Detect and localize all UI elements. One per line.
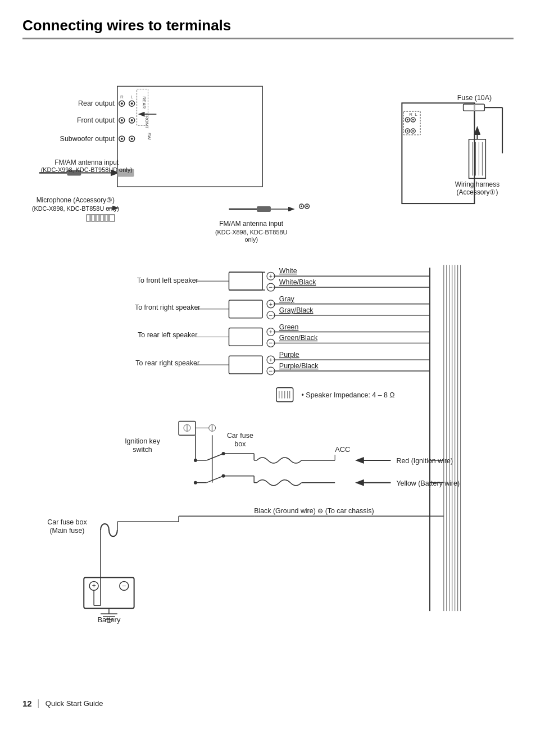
svg-text:−: − [269, 339, 272, 347]
svg-text:Rear output: Rear output [78, 99, 115, 107]
svg-rect-107 [229, 272, 262, 290]
svg-text:Ignition key: Ignition key [125, 437, 161, 445]
svg-text:Wiring harness: Wiring harness [455, 180, 499, 188]
svg-text:(KDC-X898, KDC-BT858U only): (KDC-X898, KDC-BT858U only) [32, 205, 119, 212]
svg-text:only): only) [244, 236, 258, 243]
svg-text:Purple: Purple [279, 351, 299, 359]
svg-line-154 [207, 476, 224, 483]
svg-text:Green/Black: Green/Black [279, 334, 318, 342]
footer: 12 │ Quick Start Guide [22, 699, 103, 708]
svg-text:(KDC-X998, KDC-BT958HD only): (KDC-X998, KDC-BT958HD only) [41, 166, 133, 173]
svg-point-68 [301, 206, 302, 207]
svg-text:+: + [269, 356, 272, 363]
svg-text:Gray/Black: Gray/Black [279, 306, 314, 314]
svg-point-12 [131, 119, 133, 121]
svg-rect-35 [98, 215, 101, 221]
svg-rect-34 [94, 215, 97, 221]
wiring-diagram: Rear output REAR Front output FRONT Subw… [22, 51, 514, 697]
svg-point-70 [306, 206, 308, 207]
svg-text:Green: Green [279, 323, 299, 331]
svg-text:−: − [269, 283, 272, 291]
footer-divider: │ [37, 699, 41, 708]
svg-text:Car fuse box: Car fuse box [47, 518, 87, 526]
svg-point-16 [121, 138, 123, 140]
svg-text:Black (Ground wire) ⊖ (To car : Black (Ground wire) ⊖ (To car chassis) [254, 507, 374, 515]
svg-text:Front output: Front output [77, 116, 115, 124]
svg-rect-0 [117, 87, 262, 187]
svg-text:SW: SW [147, 133, 152, 140]
svg-text:Subwoofer output: Subwoofer output [60, 135, 115, 143]
svg-text:L: L [130, 94, 133, 99]
svg-text:FM/AM antenna input: FM/AM antenna input [54, 159, 119, 166]
svg-rect-112 [229, 356, 262, 374]
svg-text:Purple/Black: Purple/Black [279, 362, 319, 370]
svg-text:Fuse (10A): Fuse (10A) [457, 94, 492, 102]
svg-text:−: − [269, 367, 272, 375]
svg-line-148 [207, 454, 224, 460]
svg-rect-111 [229, 328, 262, 346]
svg-rect-65 [257, 206, 271, 212]
svg-text:REAR: REAR [142, 96, 147, 108]
svg-text:FM/AM antenna input: FM/AM antenna input [219, 220, 284, 228]
svg-text:R: R [409, 112, 412, 117]
svg-text:ACC: ACC [335, 445, 350, 454]
svg-point-46 [407, 130, 408, 132]
page: Connecting wires to terminals Rear outpu… [0, 0, 536, 714]
footer-page-number: 12 [22, 699, 32, 708]
diagram-area: Rear output REAR Front output FRONT Subw… [22, 51, 514, 697]
svg-rect-110 [229, 300, 262, 318]
svg-text:+: + [269, 301, 272, 307]
svg-text:(Accessory①): (Accessory①) [457, 188, 498, 196]
svg-text:White: White [279, 267, 297, 275]
svg-point-3 [121, 102, 123, 105]
svg-rect-56 [469, 139, 486, 179]
svg-point-42 [412, 119, 414, 121]
svg-text:+: + [92, 582, 96, 590]
svg-text:L: L [415, 112, 417, 117]
svg-point-5 [131, 102, 133, 105]
footer-guide-text: Quick Start Guide [46, 699, 103, 708]
svg-text:box: box [234, 440, 246, 448]
svg-text:Red (Ignition wire): Red (Ignition wire) [396, 457, 453, 465]
svg-rect-33 [89, 215, 92, 221]
svg-point-40 [407, 119, 408, 121]
svg-text:Microphone (Accessory③): Microphone (Accessory③) [37, 196, 115, 204]
svg-text:• Speaker Impedance: 4 – 8 Ω: • Speaker Impedance: 4 – 8 Ω [302, 391, 395, 399]
svg-text:To rear right speaker: To rear right speaker [135, 359, 199, 367]
svg-text:(KDC-X898, KDC-BT858U: (KDC-X898, KDC-BT858U [215, 229, 288, 236]
svg-text:To rear left speaker: To rear left speaker [138, 331, 197, 339]
svg-point-18 [131, 138, 133, 140]
svg-point-48 [412, 130, 414, 132]
svg-point-153 [194, 481, 197, 485]
svg-text:To front left speaker: To front left speaker [137, 277, 198, 284]
svg-text:White/Black: White/Black [279, 278, 316, 286]
svg-text:R: R [120, 94, 124, 99]
svg-text:To front right speaker: To front right speaker [135, 304, 201, 311]
svg-text:Gray: Gray [279, 295, 295, 303]
svg-rect-37 [107, 215, 110, 221]
page-title: Connecting wires to terminals [22, 17, 514, 39]
svg-point-10 [121, 119, 123, 121]
svg-text:switch: switch [133, 446, 152, 454]
svg-text:Car fuse: Car fuse [227, 432, 253, 440]
svg-text:(Main fuse): (Main fuse) [49, 527, 84, 535]
svg-text:Yellow (Battery wire): Yellow (Battery wire) [396, 479, 460, 487]
svg-text:FRONT: FRONT [144, 113, 149, 128]
svg-text:+: + [269, 273, 272, 279]
svg-text:−: − [122, 582, 126, 590]
svg-rect-36 [103, 215, 106, 221]
svg-text:−: − [269, 311, 272, 319]
svg-text:+: + [269, 328, 272, 335]
